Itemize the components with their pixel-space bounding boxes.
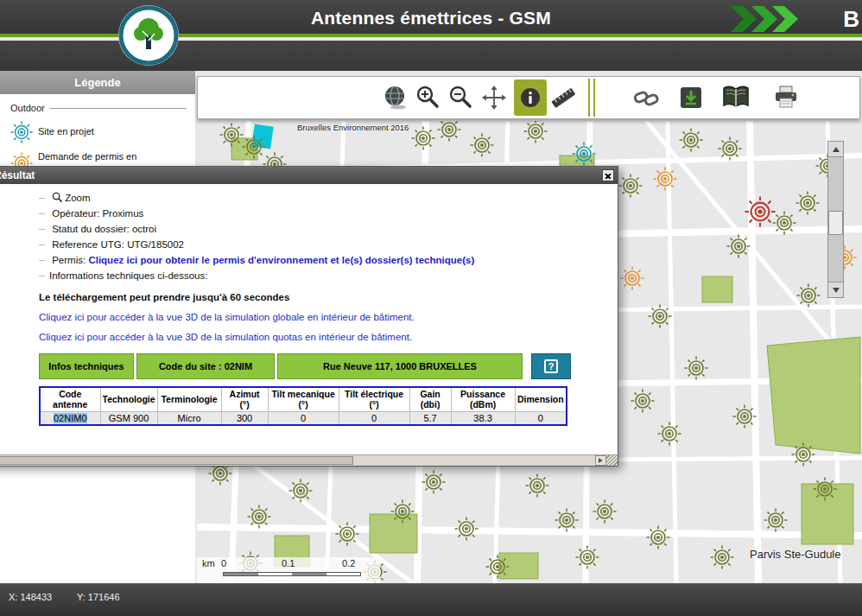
- permis-link[interactable]: Cliquez ici pour obtenir le permis d'env…: [88, 255, 474, 265]
- close-icon[interactable]: [602, 169, 614, 181]
- pan-icon[interactable]: [478, 79, 510, 116]
- legend-group-outdoor: Outdoor: [10, 103, 187, 113]
- field-operateur: Opérateur: Proximus: [39, 206, 609, 221]
- scroll-down-button[interactable]: [827, 282, 844, 298]
- antenna-table: Code antenne Technologie Terminologie Az…: [39, 386, 567, 426]
- resize-grip[interactable]: [606, 455, 618, 466]
- field-statut: Statut du dossier: octroi: [39, 221, 609, 237]
- antenna-teal-icon: [10, 121, 33, 143]
- field-reference-utg: Reference UTG: UTG/185002: [39, 237, 609, 252]
- map-toolbar: [197, 76, 860, 119]
- scroll-track[interactable]: [827, 157, 844, 282]
- download-icon[interactable]: [675, 79, 707, 116]
- scroll-up-button[interactable]: [827, 141, 844, 157]
- scroll-right-button[interactable]: [595, 455, 606, 466]
- map-copyright: Bruxelles Environnement 2016: [297, 123, 409, 132]
- site-code-cell: Code du site : 02NIM: [136, 353, 275, 379]
- arrow-right-icon: [599, 458, 603, 463]
- arrow-down-icon: [833, 288, 840, 293]
- print-icon[interactable]: [770, 79, 802, 116]
- scroll-thumb[interactable]: [0, 456, 353, 465]
- tree-logo-icon: [117, 4, 180, 67]
- map-vertical-scrollbar[interactable]: [827, 141, 844, 298]
- result-dialog: Résultat Zoom Opérateur: Proximus Statut…: [0, 166, 618, 467]
- measure-ruler-icon[interactable]: [547, 79, 580, 116]
- legend-item-site-en-projet: Site en projet: [10, 121, 187, 143]
- info-icon[interactable]: [514, 79, 547, 116]
- link-chain-icon[interactable]: [630, 79, 662, 116]
- link-3d-quotas[interactable]: Cliquez ici pour accéder à la vue 3D de …: [39, 332, 412, 342]
- dialog-horizontal-scrollbar[interactable]: [0, 454, 618, 466]
- water-layer: [251, 124, 273, 149]
- zoom-out-icon[interactable]: [445, 79, 478, 116]
- status-bar: X: 148433 Y: 171646: [0, 583, 862, 616]
- download-note: Le téléchargement peut prendre jusqu'à 6…: [39, 292, 609, 302]
- magnifier-icon: [52, 192, 63, 203]
- link-3d-global[interactable]: Cliquez ici pour accéder à la vue 3D de …: [39, 312, 415, 322]
- chevrons-icon: [731, 6, 805, 35]
- dialog-body: Zoom Opérateur: Proximus Statut du dossi…: [0, 184, 618, 456]
- globe-icon[interactable]: [379, 79, 412, 116]
- dialog-titlebar[interactable]: Résultat: [0, 167, 618, 184]
- legend-title: Légende: [0, 71, 195, 94]
- infos-techniques-cell: Infos techniques: [39, 353, 134, 379]
- place-label: Parvis Ste-Gudule: [750, 548, 841, 561]
- info-note: Informations techniques ci-dessous:: [39, 268, 609, 283]
- help-button[interactable]: ?: [531, 353, 571, 379]
- scale-bar: [223, 572, 361, 576]
- book-icon[interactable]: [719, 79, 752, 116]
- toolbar-divider: [588, 79, 595, 117]
- coord-y: Y: 171646: [77, 592, 120, 602]
- coord-x: X: 148433: [9, 592, 52, 602]
- dialog-title: Résultat: [0, 169, 35, 181]
- scroll-thumb[interactable]: [828, 211, 843, 235]
- field-permis: Permis: Cliquez ici pour obtenir le perm…: [39, 252, 609, 268]
- zoom-link[interactable]: Zoom: [39, 190, 609, 206]
- table-row: 02NIM0 GSM 900 Micro 300 0 0 5.7 38.3 0: [40, 411, 567, 425]
- scale-unit: km: [202, 558, 215, 568]
- map-scale: km 0 0.1 0.2: [197, 557, 380, 583]
- app-window: Antennes émettrices - GSM B Chercher... …: [0, 0, 862, 616]
- help-icon: ?: [544, 359, 558, 373]
- table-header-row: Code antenne Technologie Terminologie Az…: [40, 387, 567, 411]
- zoom-in-icon[interactable]: [412, 79, 445, 116]
- antenna-code-cell: 02NIM0: [40, 411, 100, 425]
- site-summary-row: Infos techniques Code du site : 02NIM Ru…: [39, 353, 609, 379]
- brand-text: B: [843, 6, 859, 33]
- arrow-up-icon: [833, 147, 840, 152]
- site-address-cell: Rue Neuve 117, 1000 BRUXELLES: [277, 353, 523, 379]
